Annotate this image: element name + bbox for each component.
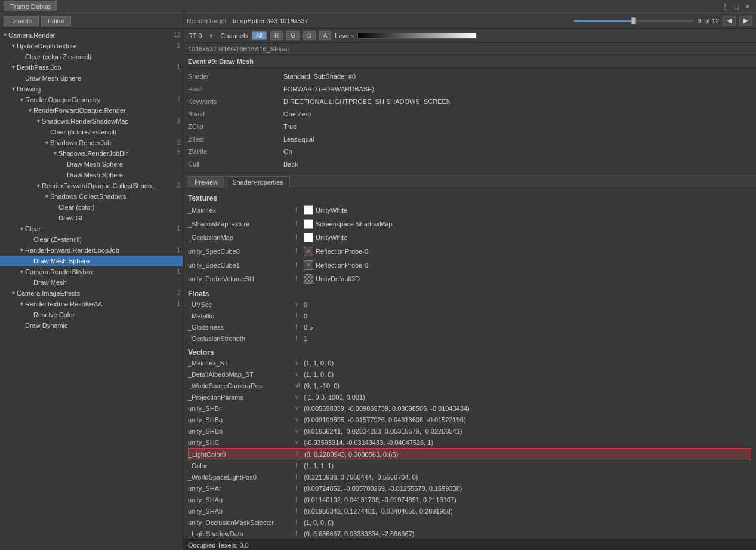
tree-count: 1: [171, 267, 180, 276]
tree-item[interactable]: ▼Camera.Render12: [0, 30, 183, 41]
tree-arrow: ▼: [19, 267, 25, 276]
property-value: LessEqual: [283, 134, 751, 144]
texture-value: ReflectionProbe-0: [316, 246, 368, 257]
float-row: _Metallicf0: [188, 311, 751, 322]
tree-label: UpdateDepthTexture: [17, 41, 171, 51]
tree-item[interactable]: Clear (color): [0, 202, 183, 213]
tree-item[interactable]: Draw Mesh: [0, 277, 183, 288]
tree-label: Render.OpaqueGeometry: [25, 95, 171, 105]
editor-button[interactable]: Editor: [41, 16, 72, 26]
tree-item[interactable]: ▼RenderTexture.ResolveAA1: [0, 299, 183, 309]
maximize-icon[interactable]: □: [733, 2, 740, 11]
channel-r-button[interactable]: R: [270, 31, 283, 40]
tree-item[interactable]: Draw Mesh Sphere: [0, 170, 183, 180]
texture-row: _ShadowMapTexturefScreenspace ShadowMap: [188, 217, 751, 231]
tree-item[interactable]: ▼RenderForwardOpaque.CollectShado...2: [0, 180, 183, 191]
vector-row: unity_SHAgf(0.01140102, 0.04131708, -0.0…: [188, 494, 751, 506]
tree-arrow: ▼: [11, 288, 17, 298]
tree-item[interactable]: ▼RenderForward.RenderLoopJob1: [0, 245, 183, 256]
vector-name: unity_SHAb: [188, 506, 295, 516]
tree-label: Drawing: [17, 84, 171, 94]
property-row: BlendOne Zero: [188, 108, 751, 121]
channel-a-button[interactable]: A: [319, 31, 332, 40]
float-value: 0: [304, 311, 307, 321]
tree-item[interactable]: ▼Camera.RenderSkybox1: [0, 266, 183, 277]
vector-row: unity_SHBgv(0.009109895, -0.01577926, 0.…: [188, 414, 751, 426]
options-icon[interactable]: ⋮: [720, 2, 730, 11]
tree-arrow: ▼: [27, 106, 33, 115]
tree-item[interactable]: Draw Mesh Sphere: [0, 256, 183, 266]
tree-item[interactable]: ▼Shadows.RenderJob2: [0, 137, 183, 148]
channel-g-button[interactable]: G: [286, 31, 300, 40]
tree-item[interactable]: ▼UpdateDepthTexture2: [0, 41, 183, 51]
tree-arrow: ▼: [44, 192, 50, 201]
tree-item[interactable]: Draw Mesh Sphere: [0, 73, 183, 84]
tree-item[interactable]: ▼Shadows.RenderJobDir2: [0, 148, 183, 159]
vector-type: f: [295, 495, 304, 505]
vector-name: unity_SHBb: [188, 426, 295, 436]
vector-row: unity_SHBrv(0.005698039, -0.009869739, 0…: [188, 403, 751, 414]
frame-debug-tab[interactable]: Frame Debug: [4, 1, 57, 11]
tree-item[interactable]: Clear (color+Z+stencil): [0, 127, 183, 137]
status-bar: Occupied Texels: 0.0: [183, 539, 756, 550]
vector-type: v: [295, 415, 304, 425]
tree-item[interactable]: ▼Drawing: [0, 84, 183, 94]
vector-row: _LightColor0f(0, 0.2280943, 0.3800563, 0…: [188, 448, 751, 460]
tree-item[interactable]: ▼Shadows.RenderShadowMap3: [0, 116, 183, 127]
float-type: f: [295, 322, 304, 332]
vector-name: unity_SHC: [188, 438, 295, 447]
tree-item[interactable]: Clear (color+Z+stencil): [0, 51, 183, 62]
disable-button[interactable]: Disable: [4, 16, 39, 26]
tree-label: Clear (color): [58, 202, 171, 212]
float-type: v: [295, 300, 304, 309]
tree-item[interactable]: Resolve Color: [0, 309, 183, 320]
tab-shaderproperties[interactable]: ShaderProperties: [226, 176, 290, 188]
scene-tree[interactable]: ▼Camera.Render12▼UpdateDepthTexture2Clea…: [0, 29, 183, 550]
tree-label: Clear: [25, 224, 171, 233]
vector-row: _DetailAlbedoMap_STv(1, 1, 0, 0): [188, 369, 751, 380]
tree-item[interactable]: ▼RenderForwardOpaque.Render: [0, 105, 183, 116]
close-icon[interactable]: ✕: [743, 2, 752, 11]
channel-all-button[interactable]: All: [252, 31, 267, 40]
tree-arrow: ▼: [44, 138, 50, 148]
tree-item[interactable]: ▼DepthPass.Job1: [0, 62, 183, 73]
tree-item[interactable]: Draw Dynamic: [0, 320, 183, 331]
tree-item[interactable]: Clear (Z+stencil): [0, 234, 183, 245]
tree-count: 7: [171, 95, 180, 105]
tree-item[interactable]: ▼Clear1: [0, 223, 183, 234]
tree-count: 2: [171, 288, 180, 298]
shader-properties-panel[interactable]: Textures_MainTexfUnityWhite_ShadowMapTex…: [183, 188, 756, 539]
levels-bar[interactable]: [357, 33, 477, 39]
tree-label: RenderForwardOpaque.CollectShado...: [42, 181, 171, 190]
vectors-header: Vectors: [188, 345, 751, 358]
texture-name: _OcclusionMap: [188, 232, 295, 243]
tree-item[interactable]: ▼Render.OpaqueGeometry7: [0, 94, 183, 105]
vector-row: unity_SHCv(-0.03593314, -0.03143433, -0.…: [188, 437, 751, 448]
texture-row: unity_ProbeVolumeSHfUnityDefault3D: [188, 272, 751, 286]
property-value: FORWARD (FORWARDBASE): [283, 84, 751, 94]
property-name: ZClip: [188, 122, 283, 131]
float-name: _Glossiness: [188, 322, 295, 332]
vector-type: v: [295, 392, 304, 402]
tree-count: 2: [171, 41, 180, 51]
tree-item[interactable]: ▼Camera.ImageEffects2: [0, 288, 183, 299]
floats-header: Floats: [188, 286, 751, 299]
prev-frame-button[interactable]: ◀: [723, 16, 736, 26]
tree-item[interactable]: Draw Mesh Sphere: [0, 159, 183, 170]
texture-type: f: [295, 232, 304, 243]
float-row: _OcclusionStrengthf1: [188, 333, 751, 345]
frame-slider[interactable]: [574, 20, 693, 22]
tab-preview[interactable]: Preview: [188, 176, 224, 188]
tree-arrow: ▼: [2, 30, 8, 40]
tree-item[interactable]: Draw GL: [0, 213, 183, 223]
texture-thumb: [304, 260, 313, 270]
tabs-row: PreviewShaderProperties: [183, 174, 756, 188]
texture-thumb: [304, 233, 313, 242]
next-frame-button[interactable]: ▶: [739, 16, 752, 26]
float-name: _OcclusionStrength: [188, 334, 295, 343]
property-name: Blend: [188, 109, 283, 119]
channel-b-button[interactable]: B: [303, 31, 316, 40]
tree-label: RenderForward.RenderLoopJob: [25, 245, 171, 255]
texture-row: unity_SpecCube1fReflectionProbe-0: [188, 259, 751, 272]
tree-item[interactable]: ▼Shadows.CollectShadows: [0, 191, 183, 202]
